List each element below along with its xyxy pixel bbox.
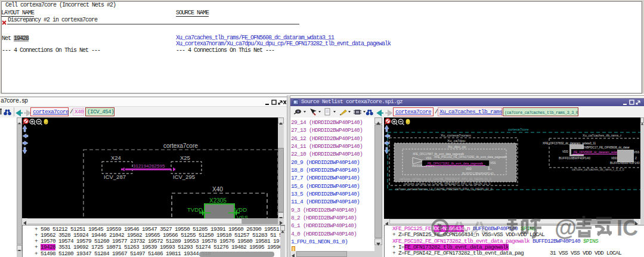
- svg-text:Z: Z: [488, 168, 490, 171]
- svg-text:X2305: X2305: [209, 197, 227, 204]
- svg-text:BUFFD12BWP40P140: BUFFD12BWP40P140: [462, 172, 494, 175]
- svg-text:VSS: VSS: [634, 151, 639, 154]
- svg-text:ca7core_cortexa7noram_L2_CACHE: ca7core_cortexa7noram_L2_CACHE_PRESENTI_…: [395, 187, 493, 191]
- svg-text:ca7core_ca7dpu_L2_CACHE_PRESEN: ca7core_ca7dpu_L2_CACHE_PRESENTI_FPU_01_…: [404, 182, 491, 185]
- svg-text:Xu_dpu_cp: Xu_dpu_cp: [448, 145, 466, 148]
- svg-text:Xu_cortexa7noram: Xu_cortexa7noram: [441, 134, 471, 137]
- svg-text:BUFFD4BWP40P140: BUFFD4BWP40P140: [610, 161, 640, 165]
- svg-text:ICV_295: ICV_295: [173, 174, 195, 180]
- svg-text:@: @: [555, 215, 577, 240]
- svg-text:XFE_OFC37832_dc_dataram_wdata3: XFE_OFC37832_dc_dataram_wdata3_11: [543, 142, 596, 145]
- svg-text:FE_OFN173282_tlb_evnt_data_pag: FE_OFN173282_tlb_evnt_data_pagewalk: [428, 162, 484, 165]
- svg-text:ca7core_ca7dpu_cp_L2_CACHE_PRE: ca7core_ca7dpu_cp_L2_CACHE_PRESENTI_FPU_…: [400, 177, 491, 181]
- svg-text:VDD: VDD: [466, 168, 472, 171]
- svg-text:cortexa7core: cortexa7core: [163, 143, 198, 149]
- svg-text:ca7core_ca7caches_tlb_rams_r_3: ca7core_ca7caches_tlb_rams_r_3_3_0: [572, 168, 624, 171]
- svg-text:ICV_287: ICV_287: [104, 174, 126, 180]
- svg-text:VSS: VSS: [237, 214, 248, 218]
- svg-text:Z: Z: [635, 157, 637, 160]
- svg-text:X25: X25: [180, 154, 190, 161]
- svg-text:X40: X40: [212, 186, 223, 193]
- svg-text:X24: X24: [111, 154, 121, 161]
- svg-text:VDD: VDD: [611, 157, 617, 160]
- svg-text:XNBPDC17_FE_OFN5608_dc_datar: XNBPDC17_FE_OFN5608_dc_datar: [583, 146, 630, 149]
- svg-text:BUFFD16BWP40P140: BUFFD16BWP40P140: [559, 156, 590, 160]
- svg-text:Xu_ca7dpu: Xu_ca7dpu: [447, 139, 465, 143]
- svg-text:312194262595: 312194262595: [133, 163, 165, 169]
- svg-text:TVDD: TVDD: [187, 206, 203, 213]
- svg-text:IC: IC: [617, 216, 638, 240]
- svg-text:FE_OFN5608_dc_dataram_wdata3_1: FE_OFN5608_dc_dataram_wdata3_1: [574, 150, 624, 154]
- svg-text:XFE_PSC102_FE_OFN173282_tlb_ev: XFE_PSC102_FE_OFN173282_tlb_evnt_data_pa…: [434, 156, 507, 159]
- svg-text:VSS: VSS: [426, 157, 431, 160]
- svg-text:Xu_ca7caches_tlb_rams_r: Xu_ca7caches_tlb_rams_r: [583, 134, 621, 137]
- svg-text:VDD: VDD: [235, 206, 247, 213]
- svg-text:VSS: VSS: [490, 162, 496, 165]
- svg-text:FE_PSC102_FE_OFN173282_q: FE_PSC102_FE_OFN173282_q: [423, 166, 461, 169]
- svg-text:VDD: VDD: [562, 150, 568, 153]
- svg-text:cortexa7core: cortexa7core: [508, 128, 529, 131]
